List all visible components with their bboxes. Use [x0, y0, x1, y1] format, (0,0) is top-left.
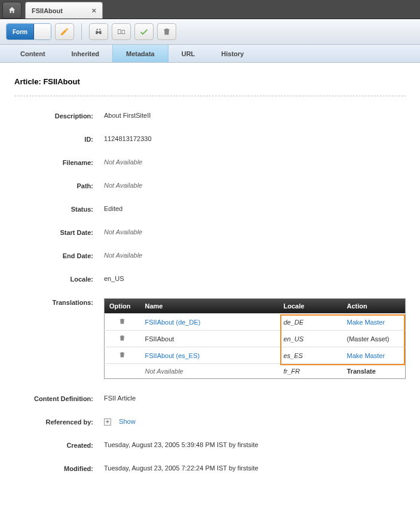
- document-tab[interactable]: FSIIAbout ×: [25, 2, 103, 19]
- label-end-date: End Date:: [14, 252, 104, 259]
- label-status: Status:: [14, 205, 104, 213]
- top-tab-bar: FSIIAbout ×: [0, 0, 420, 19]
- tab-history[interactable]: History: [208, 45, 257, 62]
- label-start-date: Start Date:: [14, 228, 104, 236]
- row-name[interactable]: FSIIAbout (es_ES): [140, 347, 279, 364]
- page-title: Article: FSIIAbout: [14, 77, 406, 86]
- translations-section: Option Name Locale Action FSIIAbout (de_…: [104, 298, 406, 379]
- row-locale: fr_FR: [279, 364, 342, 379]
- row-action: Translate: [342, 364, 406, 379]
- label-translations: Translations:: [14, 298, 104, 306]
- devices-icon: [117, 27, 126, 36]
- tab-label: FSIIAbout: [32, 7, 91, 14]
- value-start-date: Not Available: [104, 228, 406, 236]
- label-filename: Filename:: [14, 158, 104, 166]
- tab-metadata[interactable]: Metadata: [112, 45, 168, 62]
- pencil-icon: [60, 27, 69, 36]
- compare-button[interactable]: [112, 23, 131, 40]
- table-row: Not Availablefr_FRTranslate: [105, 364, 406, 379]
- label-path: Path:: [14, 182, 104, 189]
- checkmark-icon: [139, 27, 149, 36]
- value-referenced-by: + Show: [104, 418, 406, 426]
- row-name[interactable]: FSIIAbout (de_DE): [140, 314, 279, 331]
- row-option[interactable]: [105, 347, 140, 364]
- th-option: Option: [105, 299, 140, 314]
- trash-icon: [162, 27, 171, 36]
- form-toggle-label: Form: [7, 24, 34, 39]
- row-option[interactable]: [105, 314, 140, 331]
- expand-icon[interactable]: +: [104, 418, 111, 426]
- toolbar-separator: [81, 23, 82, 40]
- value-content-definition: FSII Article: [104, 395, 406, 402]
- label-description: Description:: [14, 112, 104, 120]
- row-option[interactable]: [105, 331, 140, 347]
- show-link[interactable]: Show: [119, 418, 136, 425]
- tab-url[interactable]: URL: [168, 45, 209, 62]
- th-action: Action: [342, 299, 406, 314]
- value-path: Not Available: [104, 182, 406, 189]
- th-name: Name: [140, 299, 279, 314]
- form-toggle-alt[interactable]: [34, 24, 51, 39]
- delete-button[interactable]: [157, 23, 176, 40]
- value-filename: Not Available: [104, 158, 406, 166]
- home-icon: [8, 6, 16, 14]
- label-referenced-by: Referenced by:: [14, 418, 104, 426]
- label-locale: Locale:: [14, 275, 104, 283]
- value-created: Tuesday, August 23, 2005 5:39:48 PM IST …: [104, 441, 406, 448]
- highlight-annotation: [280, 314, 405, 365]
- binoculars-icon: [94, 27, 103, 36]
- label-modified: Modified:: [14, 464, 104, 472]
- approve-button[interactable]: [134, 23, 154, 40]
- row-name: FSIIAbout: [140, 331, 279, 347]
- label-content-definition: Content Definition:: [14, 395, 104, 402]
- toolbar: Form: [0, 19, 420, 45]
- th-locale: Locale: [279, 299, 342, 314]
- close-icon[interactable]: ×: [91, 6, 96, 15]
- sub-tab-strip: Content Inherited Metadata URL History: [0, 45, 420, 63]
- home-button[interactable]: [2, 2, 22, 19]
- label-created: Created:: [14, 441, 104, 449]
- preview-button[interactable]: [89, 23, 108, 40]
- label-id: ID:: [14, 135, 104, 143]
- tab-content[interactable]: Content: [7, 45, 59, 62]
- value-id: 1124813172330: [104, 135, 406, 142]
- edit-button[interactable]: [55, 23, 74, 40]
- tab-inherited[interactable]: Inherited: [59, 45, 112, 62]
- row-option: [105, 364, 140, 379]
- value-status: Edited: [104, 205, 406, 212]
- value-modified: Tuesday, August 23, 2005 7:22:24 PM IST …: [104, 464, 406, 472]
- divider: [14, 96, 406, 96]
- value-description: About FirstSiteII: [104, 112, 406, 119]
- value-locale: en_US: [104, 275, 406, 282]
- content-area: Article: FSIIAbout Description: About Fi…: [0, 63, 420, 484]
- row-name: Not Available: [140, 364, 279, 379]
- value-end-date: Not Available: [104, 252, 406, 259]
- form-view-toggle[interactable]: Form: [6, 23, 51, 40]
